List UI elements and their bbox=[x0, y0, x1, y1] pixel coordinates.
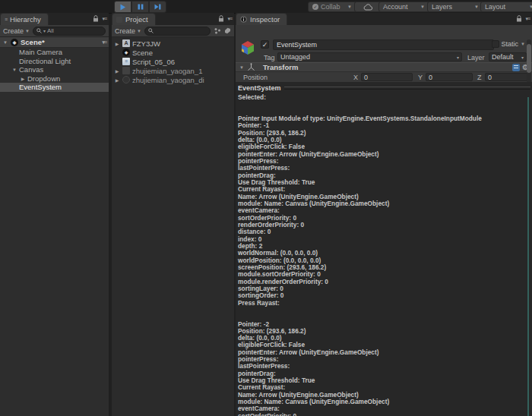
lock-icon[interactable] bbox=[516, 15, 522, 22]
position-x-field[interactable]: 0 bbox=[361, 73, 413, 81]
chevron-down-icon: ▼ bbox=[347, 5, 352, 9]
project-body: Create▼ ▶FZY3JWSceneScript_05_06▶zhujiem… bbox=[112, 25, 234, 416]
divider bbox=[284, 87, 530, 90]
foldout-icon[interactable]: ▶ bbox=[20, 76, 26, 81]
tab-menu-icon[interactable]: ▾≡ bbox=[102, 16, 106, 22]
project-item-label: zhujiemian_yaogan_1 bbox=[132, 67, 202, 75]
layers-button[interactable]: Layers ▼ bbox=[427, 2, 483, 12]
unity-scene-icon bbox=[11, 39, 18, 46]
tab-menu-icon[interactable]: ▾≡ bbox=[227, 16, 232, 22]
hierarchy-search-input[interactable]: ▾ All bbox=[33, 27, 106, 36]
project-search-input[interactable] bbox=[144, 27, 211, 36]
pause-icon bbox=[138, 4, 144, 10]
hierarchy-item-directional-light[interactable]: Directional Light bbox=[0, 57, 109, 66]
debug-line: distance: 0 bbox=[238, 228, 532, 235]
static-dropdown-icon[interactable]: ▼ bbox=[521, 42, 525, 46]
create-label: Create bbox=[115, 27, 135, 35]
hierarchy-create-button[interactable]: Create▼ bbox=[3, 27, 30, 35]
play-button[interactable] bbox=[114, 1, 131, 13]
tab-project-label: Project bbox=[125, 15, 148, 24]
hierarchy-tree: Main CameraDirectional Light▼Canvas▶Drop… bbox=[0, 48, 109, 92]
hierarchy-item-label: Directional Light bbox=[19, 57, 71, 65]
project-item-script-05-06[interactable]: Script_05_06 bbox=[112, 57, 234, 66]
play-controls bbox=[114, 1, 166, 13]
hierarchy-item-label: EventSystem bbox=[19, 83, 62, 91]
hierarchy-item-label: Canvas bbox=[19, 65, 43, 74]
foldout-icon[interactable]: ▶ bbox=[114, 41, 120, 46]
debug-line: Selected: bbox=[238, 94, 532, 101]
debug-line: pointerEnter: Arrow (UnityEngine.GameObj… bbox=[238, 349, 532, 356]
hierarchy-panel: ≡ Hierarchy ▾≡ Create▼ ▾ All ▼ bbox=[0, 13, 109, 416]
debug-line: pointerEnter: Arrow (UnityEngine.GameObj… bbox=[238, 151, 532, 158]
search-icon bbox=[148, 28, 154, 33]
layout-button[interactable]: Layout ▼ bbox=[480, 2, 532, 12]
debug-line: sortOrderPriority: 0 bbox=[238, 413, 532, 416]
position-z-field[interactable]: 0 bbox=[485, 73, 527, 81]
hierarchy-item-dropdown[interactable]: ▶Dropdown bbox=[0, 74, 109, 84]
y-label: Y bbox=[418, 74, 423, 81]
lock-icon[interactable] bbox=[93, 15, 99, 22]
hierarchy-toolbar: Create▼ ▾ All bbox=[0, 25, 109, 37]
project-item-zhujiemian-yaogan-1[interactable]: ▶zhujiemian_yaogan_1 bbox=[112, 66, 234, 75]
collab-icon: ✓ bbox=[312, 4, 318, 10]
prefab-icon bbox=[122, 67, 130, 74]
debug-line: lastPointerPress: bbox=[238, 363, 532, 370]
project-item-scene[interactable]: Scene bbox=[112, 48, 234, 57]
transform-component-header[interactable]: ▼ Transform ⚙ bbox=[236, 62, 532, 72]
tab-project[interactable]: Project bbox=[112, 13, 156, 25]
lock-icon[interactable] bbox=[218, 15, 224, 22]
tab-hierarchy[interactable]: ≡ Hierarchy bbox=[0, 13, 49, 25]
tab-inspector[interactable]: Inspector bbox=[236, 13, 287, 25]
search-by-type-icon[interactable] bbox=[214, 27, 221, 34]
search-by-label-icon[interactable] bbox=[224, 27, 231, 34]
layer-dropdown[interactable]: Default ▾ bbox=[489, 52, 527, 61]
help-icon[interactable] bbox=[512, 64, 520, 71]
unity-editor-window: ✓ Collab ▼ Account ▼ Layers ▼ Layout ▼ ≡… bbox=[0, 0, 532, 416]
tag-value: Untagged bbox=[280, 53, 310, 61]
z-label: Z bbox=[477, 74, 482, 81]
gameobject-name-field[interactable]: EventSystem bbox=[273, 39, 494, 50]
tab-hierarchy-label: Hierarchy bbox=[10, 15, 41, 24]
debug-line: renderOrderPriority: 0 bbox=[238, 222, 532, 228]
project-item-zhujiemian-yaogan-di[interactable]: ▶zhujiemian_yaogan_di bbox=[112, 75, 234, 84]
project-create-button[interactable]: Create▼ bbox=[115, 27, 141, 35]
debug-line bbox=[238, 101, 532, 108]
debug-line: Position: (293.6, 186.2) bbox=[238, 130, 532, 137]
layout-label: Layout bbox=[485, 3, 505, 11]
foldout-icon[interactable]: ▼ bbox=[11, 68, 17, 72]
foldout-icon[interactable]: ▼ bbox=[239, 65, 245, 70]
debug-line: module: Name: Canvas (UnityEngine.GameOb… bbox=[238, 399, 532, 405]
step-button[interactable] bbox=[149, 1, 166, 13]
foldout-icon[interactable]: ▶ bbox=[114, 77, 120, 83]
collab-button[interactable]: ✓ Collab ▼ bbox=[308, 2, 356, 12]
chevron-down-icon: ▼ bbox=[137, 29, 141, 33]
debug-line: Position: (293.6, 186.2) bbox=[238, 328, 532, 335]
project-item-label: Script_05_06 bbox=[132, 58, 175, 66]
tab-menu-icon[interactable]: ▾≡ bbox=[525, 16, 530, 22]
pause-button[interactable] bbox=[131, 1, 149, 13]
layer-value: Default bbox=[492, 53, 514, 61]
inspector-panel: Inspector ▾≡ EventSystem bbox=[236, 13, 532, 416]
hierarchy-item-canvas[interactable]: ▼Canvas bbox=[0, 65, 109, 74]
chevron-down-icon: ▼ bbox=[25, 29, 30, 33]
gameobject-cube-icon bbox=[239, 39, 256, 56]
hierarchy-scene-row[interactable]: ▼ Scene* ▾≡ bbox=[0, 37, 109, 48]
foldout-icon[interactable]: ▶ bbox=[114, 68, 120, 74]
unity-scene-icon bbox=[122, 49, 130, 56]
foldout-icon[interactable]: ▼ bbox=[2, 40, 8, 45]
project-item-fzy3jw[interactable]: ▶FZY3JW bbox=[112, 39, 234, 48]
debug-line: sortingOrder: 0 bbox=[238, 292, 532, 299]
transform-title: Transform bbox=[263, 63, 298, 71]
debug-header-label: EventSystem bbox=[238, 84, 281, 92]
account-button[interactable]: Account ▼ bbox=[378, 2, 429, 12]
hierarchy-item-main-camera[interactable]: Main Camera bbox=[0, 48, 109, 57]
active-checkbox[interactable] bbox=[261, 40, 269, 49]
scrollbar-thumb[interactable] bbox=[527, 44, 531, 73]
hierarchy-item-eventsystem[interactable]: EventSystem bbox=[0, 83, 109, 92]
tag-dropdown[interactable]: Untagged ▾ bbox=[277, 52, 462, 61]
eventsystem-debug-area: EventSystem Selected: Pointer Input Modu… bbox=[236, 82, 532, 416]
scene-menu-icon[interactable]: ▾≡ bbox=[102, 39, 106, 46]
static-checkbox[interactable] bbox=[492, 40, 499, 48]
position-y-field[interactable]: 0 bbox=[426, 73, 473, 81]
layer-label: Layer bbox=[467, 54, 485, 61]
